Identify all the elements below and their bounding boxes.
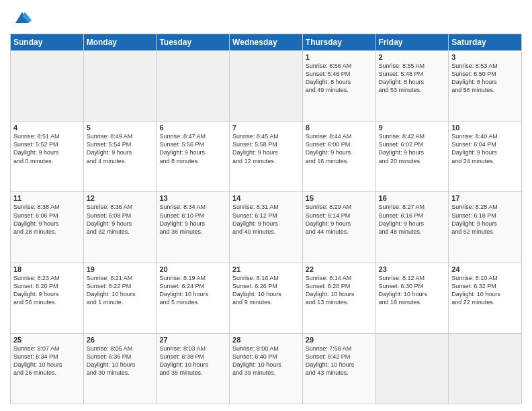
- day-number: 29: [306, 336, 373, 344]
- day-number: 14: [232, 194, 300, 202]
- weekday-tuesday: Tuesday: [157, 34, 230, 51]
- day-info: Sunrise: 8:07 AM Sunset: 6:34 PM Dayligh…: [13, 345, 81, 377]
- day-number: 24: [451, 265, 519, 273]
- calendar-cell: 16Sunrise: 8:27 AM Sunset: 6:16 PM Dayli…: [375, 192, 449, 263]
- day-number: 21: [232, 265, 300, 273]
- logo: [10, 9, 32, 28]
- calendar-cell: 9Sunrise: 8:42 AM Sunset: 6:02 PM Daylig…: [375, 122, 449, 192]
- calendar-cell: 11Sunrise: 8:38 AM Sunset: 6:06 PM Dayli…: [11, 192, 84, 263]
- calendar-cell: 20Sunrise: 8:19 AM Sunset: 6:24 PM Dayli…: [157, 263, 230, 333]
- calendar-cell: [83, 51, 157, 122]
- week-row-4: 25Sunrise: 8:07 AM Sunset: 6:34 PM Dayli…: [11, 333, 522, 404]
- day-info: Sunrise: 8:38 AM Sunset: 6:06 PM Dayligh…: [13, 203, 81, 236]
- day-info: Sunrise: 8:23 AM Sunset: 6:20 PM Dayligh…: [13, 274, 81, 307]
- day-number: 1: [306, 53, 373, 61]
- day-info: Sunrise: 8:40 AM Sunset: 6:04 PM Dayligh…: [451, 132, 519, 165]
- day-number: 8: [306, 124, 373, 132]
- day-number: 4: [13, 124, 81, 132]
- day-info: Sunrise: 8:44 AM Sunset: 6:00 PM Dayligh…: [306, 132, 373, 165]
- day-number: 5: [87, 124, 154, 132]
- day-number: 13: [159, 194, 226, 202]
- calendar-cell: 25Sunrise: 8:07 AM Sunset: 6:34 PM Dayli…: [11, 333, 84, 404]
- day-number: 6: [159, 124, 226, 132]
- calendar-cell: 28Sunrise: 8:00 AM Sunset: 6:40 PM Dayli…: [230, 333, 303, 404]
- day-number: 3: [451, 53, 519, 61]
- calendar-cell: 27Sunrise: 8:03 AM Sunset: 6:38 PM Dayli…: [157, 333, 230, 404]
- day-info: Sunrise: 8:19 AM Sunset: 6:24 PM Dayligh…: [159, 274, 226, 307]
- calendar-cell: 3Sunrise: 8:53 AM Sunset: 5:50 PM Daylig…: [449, 51, 522, 122]
- day-info: Sunrise: 8:16 AM Sunset: 6:26 PM Dayligh…: [232, 274, 300, 307]
- calendar-cell: 14Sunrise: 8:31 AM Sunset: 6:12 PM Dayli…: [230, 192, 303, 263]
- weekday-sunday: Sunday: [11, 34, 84, 51]
- calendar-cell: [11, 51, 84, 122]
- day-number: 28: [232, 336, 300, 344]
- day-info: Sunrise: 8:29 AM Sunset: 6:14 PM Dayligh…: [306, 203, 373, 236]
- day-info: Sunrise: 7:58 AM Sunset: 6:42 PM Dayligh…: [306, 345, 373, 377]
- logo-icon: [13, 9, 32, 28]
- day-info: Sunrise: 8:14 AM Sunset: 6:28 PM Dayligh…: [306, 274, 373, 307]
- calendar-cell: 5Sunrise: 8:49 AM Sunset: 5:54 PM Daylig…: [83, 122, 157, 192]
- day-info: Sunrise: 8:51 AM Sunset: 5:52 PM Dayligh…: [13, 132, 81, 165]
- day-info: Sunrise: 8:25 AM Sunset: 6:18 PM Dayligh…: [451, 203, 519, 236]
- weekday-monday: Monday: [83, 34, 157, 51]
- calendar-cell: 26Sunrise: 8:05 AM Sunset: 6:36 PM Dayli…: [83, 333, 157, 404]
- day-info: Sunrise: 8:55 AM Sunset: 5:48 PM Dayligh…: [379, 62, 446, 95]
- calendar-cell: [375, 333, 449, 404]
- calendar-cell: 1Sunrise: 8:56 AM Sunset: 5:46 PM Daylig…: [302, 51, 375, 122]
- day-info: Sunrise: 8:53 AM Sunset: 5:50 PM Dayligh…: [451, 62, 519, 95]
- day-info: Sunrise: 8:03 AM Sunset: 6:38 PM Dayligh…: [159, 345, 226, 377]
- calendar-cell: 2Sunrise: 8:55 AM Sunset: 5:48 PM Daylig…: [375, 51, 449, 122]
- weekday-saturday: Saturday: [449, 34, 522, 51]
- calendar-cell: 21Sunrise: 8:16 AM Sunset: 6:26 PM Dayli…: [230, 263, 303, 333]
- day-number: 19: [87, 265, 154, 273]
- calendar-cell: 23Sunrise: 8:12 AM Sunset: 6:30 PM Dayli…: [375, 263, 449, 333]
- calendar-cell: [157, 51, 230, 122]
- day-info: Sunrise: 8:00 AM Sunset: 6:40 PM Dayligh…: [232, 345, 300, 377]
- day-number: 25: [13, 336, 81, 344]
- day-number: 23: [379, 265, 446, 273]
- weekday-friday: Friday: [375, 34, 449, 51]
- calendar-cell: [230, 51, 303, 122]
- calendar-cell: 24Sunrise: 8:10 AM Sunset: 6:32 PM Dayli…: [449, 263, 522, 333]
- day-info: Sunrise: 8:49 AM Sunset: 5:54 PM Dayligh…: [87, 132, 154, 165]
- day-number: 11: [13, 194, 81, 202]
- day-number: 12: [87, 194, 154, 202]
- calendar-cell: 8Sunrise: 8:44 AM Sunset: 6:00 PM Daylig…: [302, 122, 375, 192]
- day-number: 7: [232, 124, 300, 132]
- week-row-1: 4Sunrise: 8:51 AM Sunset: 5:52 PM Daylig…: [11, 122, 522, 192]
- day-info: Sunrise: 8:36 AM Sunset: 6:08 PM Dayligh…: [87, 203, 154, 236]
- calendar-cell: 19Sunrise: 8:21 AM Sunset: 6:22 PM Dayli…: [83, 263, 157, 333]
- header: [10, 7, 522, 28]
- calendar-cell: 10Sunrise: 8:40 AM Sunset: 6:04 PM Dayli…: [449, 122, 522, 192]
- weekday-thursday: Thursday: [302, 34, 375, 51]
- day-info: Sunrise: 8:42 AM Sunset: 6:02 PM Dayligh…: [379, 132, 446, 165]
- day-info: Sunrise: 8:12 AM Sunset: 6:30 PM Dayligh…: [379, 274, 446, 307]
- calendar-cell: 6Sunrise: 8:47 AM Sunset: 5:56 PM Daylig…: [157, 122, 230, 192]
- week-row-2: 11Sunrise: 8:38 AM Sunset: 6:06 PM Dayli…: [11, 192, 522, 263]
- day-info: Sunrise: 8:31 AM Sunset: 6:12 PM Dayligh…: [232, 203, 300, 236]
- day-info: Sunrise: 8:47 AM Sunset: 5:56 PM Dayligh…: [159, 132, 226, 165]
- day-info: Sunrise: 8:45 AM Sunset: 5:58 PM Dayligh…: [232, 132, 300, 165]
- calendar-cell: 29Sunrise: 7:58 AM Sunset: 6:42 PM Dayli…: [302, 333, 375, 404]
- calendar-table: SundayMondayTuesdayWednesdayThursdayFrid…: [10, 34, 522, 404]
- day-number: 10: [451, 124, 519, 132]
- day-info: Sunrise: 8:05 AM Sunset: 6:36 PM Dayligh…: [87, 345, 154, 377]
- day-number: 9: [379, 124, 446, 132]
- calendar-cell: 12Sunrise: 8:36 AM Sunset: 6:08 PM Dayli…: [83, 192, 157, 263]
- calendar-cell: 7Sunrise: 8:45 AM Sunset: 5:58 PM Daylig…: [230, 122, 303, 192]
- calendar-cell: 18Sunrise: 8:23 AM Sunset: 6:20 PM Dayli…: [11, 263, 84, 333]
- calendar-cell: 17Sunrise: 8:25 AM Sunset: 6:18 PM Dayli…: [449, 192, 522, 263]
- weekday-wednesday: Wednesday: [230, 34, 303, 51]
- day-number: 2: [379, 53, 446, 61]
- day-info: Sunrise: 8:21 AM Sunset: 6:22 PM Dayligh…: [87, 274, 154, 307]
- calendar-cell: 22Sunrise: 8:14 AM Sunset: 6:28 PM Dayli…: [302, 263, 375, 333]
- calendar-page: SundayMondayTuesdayWednesdayThursdayFrid…: [0, 0, 532, 411]
- day-info: Sunrise: 8:56 AM Sunset: 5:46 PM Dayligh…: [306, 62, 373, 95]
- week-row-3: 18Sunrise: 8:23 AM Sunset: 6:20 PM Dayli…: [11, 263, 522, 333]
- day-number: 15: [306, 194, 373, 202]
- calendar-cell: [449, 333, 522, 404]
- day-info: Sunrise: 8:10 AM Sunset: 6:32 PM Dayligh…: [451, 274, 519, 307]
- calendar-cell: 15Sunrise: 8:29 AM Sunset: 6:14 PM Dayli…: [302, 192, 375, 263]
- weekday-header-row: SundayMondayTuesdayWednesdayThursdayFrid…: [11, 34, 522, 51]
- calendar-cell: 4Sunrise: 8:51 AM Sunset: 5:52 PM Daylig…: [11, 122, 84, 192]
